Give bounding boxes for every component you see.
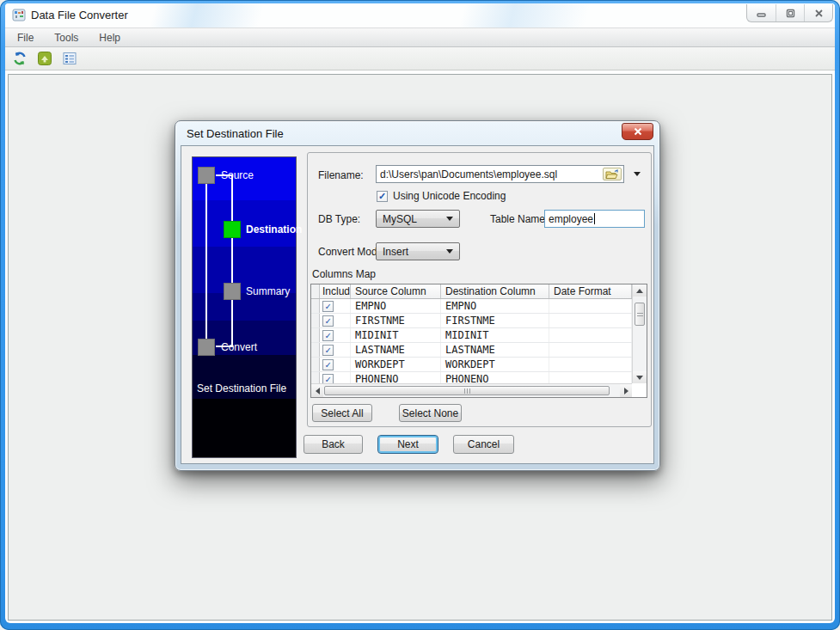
step-label-source: Source bbox=[221, 169, 254, 181]
columns-map-grid: Include Source Column Destination Column… bbox=[310, 284, 647, 398]
table-name-input[interactable]: employee bbox=[544, 210, 645, 228]
horizontal-scroll-thumb[interactable] bbox=[324, 386, 610, 395]
destination-column-cell[interactable]: WORKDEPT bbox=[441, 358, 549, 371]
text-caret bbox=[594, 213, 595, 224]
toolbar bbox=[5, 47, 835, 70]
source-column-cell[interactable]: LASTNAME bbox=[351, 343, 441, 357]
back-button[interactable]: Back bbox=[304, 435, 363, 454]
step-marker-summary bbox=[224, 283, 241, 300]
step-marker-convert bbox=[198, 339, 215, 356]
check-icon: ✓ bbox=[325, 346, 331, 355]
dialog-titlebar[interactable]: Set Destination File bbox=[175, 121, 659, 145]
include-checkbox[interactable]: ✓ bbox=[322, 374, 334, 383]
grid-row[interactable]: ✓FIRSTNMEFIRSTNME bbox=[311, 314, 632, 328]
include-cell: ✓ bbox=[320, 343, 351, 357]
step-label-convert: Convert bbox=[221, 341, 257, 353]
include-checkbox[interactable]: ✓ bbox=[322, 359, 334, 370]
unicode-encoding-checkbox[interactable]: ✓ bbox=[377, 191, 388, 202]
grid-row[interactable]: ✓PHONENOPHONENO bbox=[311, 372, 632, 383]
set-destination-file-dialog: Set Destination File Source Destination … bbox=[175, 120, 660, 471]
browse-folder-button[interactable] bbox=[603, 168, 622, 180]
col-header-date-format[interactable]: Date Format bbox=[549, 284, 632, 298]
select-all-button[interactable]: Select All bbox=[312, 404, 372, 422]
date-format-cell[interactable] bbox=[549, 299, 632, 313]
row-header-cell[interactable] bbox=[311, 372, 320, 383]
row-header-cell[interactable] bbox=[311, 314, 320, 327]
screen: Data File Converter File Tools Help bbox=[0, 0, 840, 630]
date-format-cell[interactable] bbox=[549, 343, 632, 357]
source-column-cell[interactable]: MIDINIT bbox=[351, 328, 441, 342]
destination-form: Filename: d:\Users\pan\Documents\employe… bbox=[307, 152, 652, 427]
menu-help[interactable]: Help bbox=[99, 32, 120, 44]
step-rail-left bbox=[205, 183, 207, 339]
check-icon: ✓ bbox=[325, 331, 331, 340]
destination-column-cell[interactable]: PHONENO bbox=[441, 372, 549, 383]
wizard-steps-panel: Source Destination Summary Convert Set D… bbox=[192, 156, 297, 458]
grid-corner-cell bbox=[311, 284, 320, 298]
next-button[interactable]: Next bbox=[377, 435, 438, 454]
scroll-left-button[interactable] bbox=[311, 384, 323, 397]
check-icon: ✓ bbox=[378, 192, 386, 201]
date-format-cell[interactable] bbox=[549, 358, 632, 371]
columns-list-icon[interactable] bbox=[61, 50, 78, 67]
dialog-title: Set Destination File bbox=[187, 127, 284, 140]
menu-file[interactable]: File bbox=[17, 32, 34, 44]
filename-input[interactable]: d:\Users\pan\Documents\employee.sql bbox=[376, 165, 624, 183]
include-cell: ✓ bbox=[320, 299, 351, 313]
include-checkbox[interactable]: ✓ bbox=[322, 330, 334, 341]
source-column-cell[interactable]: FIRSTNME bbox=[351, 314, 441, 327]
col-header-include[interactable]: Include bbox=[320, 284, 351, 298]
date-format-cell[interactable] bbox=[549, 372, 632, 383]
grid-row[interactable]: ✓EMPNOEMPNO bbox=[311, 299, 632, 314]
col-header-destination[interactable]: Destination Column bbox=[441, 284, 549, 298]
maximize-button[interactable] bbox=[776, 4, 804, 21]
step-label-destination: Destination bbox=[246, 223, 302, 235]
vertical-scroll-thumb[interactable] bbox=[635, 303, 645, 326]
select-none-button[interactable]: Select None bbox=[399, 404, 462, 422]
destination-column-cell[interactable]: FIRSTNME bbox=[441, 314, 549, 327]
filename-label: Filename: bbox=[318, 169, 364, 181]
grid-rows: ✓EMPNOEMPNO✓FIRSTNMEFIRSTNME✓MIDINITMIDI… bbox=[311, 299, 632, 383]
grid-row[interactable]: ✓MIDINITMIDINIT bbox=[311, 328, 632, 343]
step-label-summary: Summary bbox=[246, 285, 290, 297]
menu-tools[interactable]: Tools bbox=[54, 32, 78, 44]
include-checkbox[interactable]: ✓ bbox=[322, 345, 334, 356]
row-header-cell[interactable] bbox=[311, 299, 320, 313]
include-cell: ✓ bbox=[320, 358, 351, 371]
row-header-cell[interactable] bbox=[311, 343, 320, 357]
row-header-cell[interactable] bbox=[311, 358, 320, 371]
col-header-source[interactable]: Source Column bbox=[351, 284, 441, 298]
cancel-button[interactable]: Cancel bbox=[453, 435, 514, 454]
scroll-right-button[interactable] bbox=[620, 384, 632, 397]
date-format-cell[interactable] bbox=[549, 314, 632, 327]
grid-row[interactable]: ✓WORKDEPTWORKDEPT bbox=[311, 358, 632, 372]
grid-row[interactable]: ✓LASTNAMELASTNAME bbox=[311, 343, 632, 358]
include-checkbox[interactable]: ✓ bbox=[322, 315, 334, 327]
destination-column-cell[interactable]: LASTNAME bbox=[441, 343, 549, 357]
filename-history-dropdown[interactable] bbox=[628, 165, 647, 183]
titlebar[interactable]: Data File Converter bbox=[5, 3, 835, 28]
include-checkbox[interactable]: ✓ bbox=[322, 301, 334, 312]
convert-arrows-icon[interactable] bbox=[11, 50, 28, 67]
scroll-up-button[interactable] bbox=[633, 284, 647, 297]
date-format-cell[interactable] bbox=[549, 328, 632, 342]
close-button[interactable] bbox=[804, 4, 832, 21]
window-controls bbox=[746, 4, 833, 22]
row-header-cell[interactable] bbox=[311, 328, 320, 342]
scroll-down-button[interactable] bbox=[633, 371, 647, 383]
grid-vertical-scrollbar[interactable] bbox=[632, 284, 647, 383]
chevron-down-icon bbox=[446, 249, 453, 254]
source-column-cell[interactable]: EMPNO bbox=[351, 299, 441, 313]
source-column-cell[interactable]: PHONENO bbox=[351, 372, 441, 383]
chevron-down-icon bbox=[446, 217, 453, 221]
source-column-cell[interactable]: WORKDEPT bbox=[351, 358, 441, 371]
db-type-select[interactable]: MySQL bbox=[376, 210, 460, 228]
grid-horizontal-scrollbar[interactable] bbox=[311, 383, 632, 397]
step-marker-destination bbox=[224, 221, 241, 238]
open-file-icon[interactable] bbox=[36, 50, 53, 67]
destination-column-cell[interactable]: EMPNO bbox=[441, 299, 549, 313]
minimize-button[interactable] bbox=[747, 4, 776, 21]
convert-mode-select[interactable]: Insert bbox=[376, 242, 460, 260]
destination-column-cell[interactable]: MIDINIT bbox=[441, 328, 549, 342]
dialog-close-button[interactable] bbox=[622, 123, 653, 140]
